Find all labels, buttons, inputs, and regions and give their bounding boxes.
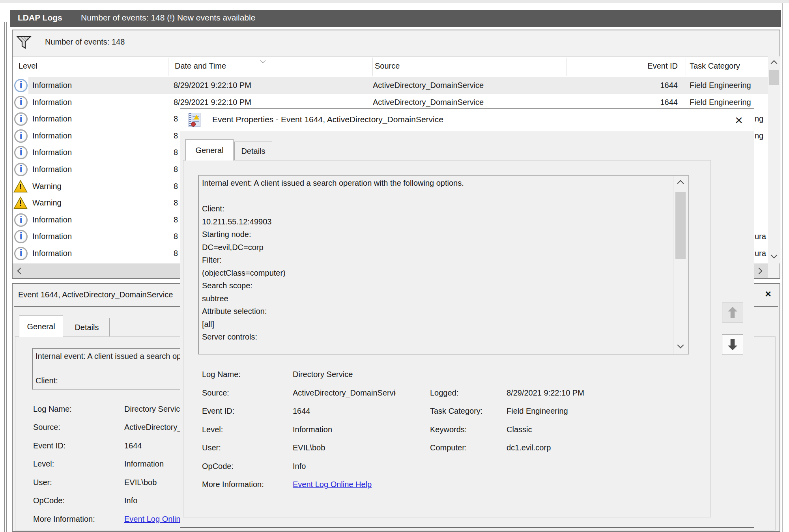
dialog-title: Event Properties - Event 1644, ActiveDir… [212, 115, 443, 124]
message-line: Internal event: A client issued a search… [202, 179, 464, 190]
dialog-message-box [198, 175, 689, 355]
warning-icon: ! [13, 196, 28, 209]
field-value: Info [124, 496, 137, 505]
field-value: ActiveDirectory_DomainService [293, 388, 396, 398]
window-left-border [4, 22, 5, 532]
field-value: Field Engineering [507, 407, 568, 416]
field-label: OpCode: [33, 496, 65, 505]
field-value: 8/29/2021 9:22:10 PM [507, 388, 584, 398]
column-divider[interactable] [372, 58, 373, 76]
date-cell-fragment: 8 [174, 114, 178, 123]
arrow-up-icon [728, 307, 737, 318]
field-label: Computer: [430, 443, 467, 452]
field-value: 1644 [293, 407, 310, 416]
field-value: Directory Service [293, 370, 353, 379]
field-row: Source: ActiveDirectory_DomainService Lo… [180, 388, 575, 399]
taskcategory-fragment: ura [755, 249, 766, 258]
field-label: OpCode: [202, 462, 234, 471]
filter-bar: Number of events: 148 [13, 30, 780, 57]
field-row: More Information: Event Log Online Help [180, 480, 575, 491]
column-divider[interactable] [168, 58, 168, 76]
taskcategory-cell: Field Engineering [690, 98, 751, 107]
date-cell-fragment: 8 [174, 148, 178, 157]
sort-descending-icon [260, 58, 265, 63]
message-line: (objectClass=computer) [202, 269, 286, 280]
field-row: Level: Information Keywords: Classic [180, 425, 575, 436]
log-header-bar: LDAP Logs Number of events: 148 (!) New … [10, 10, 781, 27]
field-value: EVIL\bob [124, 478, 157, 487]
scrollbar-thumb[interactable] [769, 70, 779, 85]
window-right-border [782, 3, 783, 532]
tab-details[interactable]: Details [64, 318, 110, 337]
table-row[interactable]: i Information 8/29/2021 9:22:10 PM Activ… [13, 77, 768, 94]
field-label: Task Category: [430, 407, 482, 416]
field-value: Information [124, 459, 164, 469]
field-label: Keywords: [430, 425, 467, 434]
source-cell: ActiveDirectory_DomainService [373, 81, 484, 90]
warning-icon: ! [13, 180, 28, 192]
eventid-cell: 1644 [595, 98, 678, 107]
date-cell-fragment: 8 [174, 165, 178, 174]
previous-event-button[interactable] [722, 302, 743, 323]
level-cell: Information [32, 232, 72, 241]
column-header-source[interactable]: Source [375, 62, 400, 71]
message-line: subtree [202, 294, 228, 305]
log-name: LDAP Logs [18, 13, 62, 22]
information-icon: i [14, 129, 28, 143]
level-cell: Information [32, 165, 72, 174]
information-icon: i [14, 230, 28, 243]
arrow-down-icon [728, 339, 737, 350]
scroll-down-icon[interactable] [771, 252, 778, 259]
field-value: 1644 [124, 441, 142, 450]
scroll-up-icon[interactable] [677, 180, 684, 187]
information-icon: i [14, 146, 28, 159]
scroll-down-icon[interactable] [677, 342, 684, 349]
vertical-scrollbar[interactable] [768, 56, 780, 263]
scroll-right-button[interactable] [753, 263, 768, 278]
field-label: Level: [202, 425, 223, 434]
date-cell-fragment: 8 [174, 232, 178, 241]
column-divider[interactable] [686, 58, 686, 76]
event-log-help-link[interactable]: Event Log Online Help [293, 480, 372, 489]
column-header-taskcategory[interactable]: Task Category [690, 62, 740, 71]
field-label: More Information: [202, 480, 264, 489]
next-event-button[interactable] [722, 334, 743, 355]
information-icon: i [14, 96, 28, 109]
dialog-titlebar[interactable]: Event Properties - Event 1644, ActiveDir… [180, 109, 754, 131]
level-cell: Information [32, 215, 72, 224]
tab-details[interactable]: Details [234, 142, 272, 161]
close-icon[interactable]: × [761, 287, 775, 301]
date-cell-fragment: 8 [174, 198, 178, 207]
event-properties-dialog: Event Properties - Event 1644, ActiveDir… [180, 108, 754, 528]
date-cell-fragment: 8 [174, 131, 178, 140]
source-cell: ActiveDirectory_DomainService [373, 98, 484, 107]
date-cell-fragment: 8 [174, 215, 178, 224]
level-cell: Information [32, 114, 72, 123]
message-scrollbar[interactable] [673, 175, 688, 354]
field-value: Info [293, 462, 306, 471]
message-line: Client: [202, 204, 224, 215]
information-icon: i [14, 163, 28, 176]
close-icon[interactable]: × [729, 112, 749, 129]
message-line: Starting node: [202, 230, 251, 241]
tab-general[interactable]: General [19, 315, 63, 337]
tab-label: General [195, 146, 223, 155]
date-cell-fragment: 8 [174, 249, 178, 258]
column-header-date[interactable]: Date and Time [175, 62, 226, 71]
pane-message-line: Client: [36, 376, 58, 385]
column-header-eventid[interactable]: Event ID [595, 62, 678, 71]
scroll-up-icon[interactable] [771, 60, 778, 67]
event-properties-icon [189, 113, 200, 127]
field-row: User: EVIL\bob Computer: dc1.evil.corp [180, 443, 575, 454]
scrollbar-thumb[interactable] [675, 192, 686, 259]
level-cell: Information [32, 148, 72, 157]
column-header-level[interactable]: Level [19, 62, 37, 71]
window-left-border-inner [6, 22, 7, 532]
field-label: Event ID: [33, 441, 65, 450]
taskcategory-cell: Field Engineering [690, 81, 751, 90]
column-divider[interactable] [567, 58, 567, 76]
level-cell: Information [32, 131, 72, 140]
information-icon: i [14, 112, 28, 126]
tab-general[interactable]: General [185, 139, 234, 161]
scroll-left-button[interactable] [13, 263, 27, 278]
